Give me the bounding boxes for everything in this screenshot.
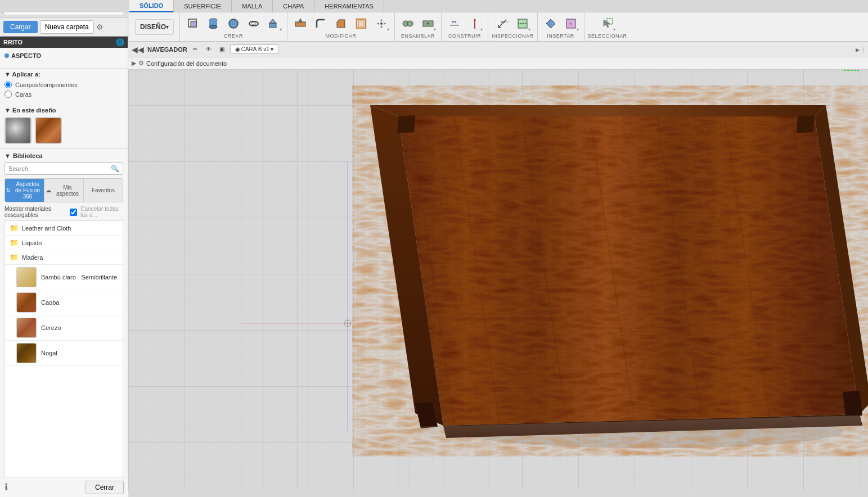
aspecto-section: ASPECTO [0, 48, 128, 69]
joint-button[interactable] [398, 14, 417, 33]
tab-fusion-aspectos[interactable]: ↻ Aspectos de Fusion 360 [5, 179, 44, 202]
box-tool-button[interactable] [183, 14, 203, 33]
refresh-icon: ↻ [6, 187, 11, 193]
dropdown-chevron-icon: ▾ [271, 46, 273, 52]
inspeccionar-label: INSPECCIONAR [492, 33, 534, 40]
nav-pencil-button[interactable]: ✏ [190, 44, 201, 55]
torus-tool-button[interactable] [244, 14, 263, 33]
tab-solido[interactable]: SÓLIDO [129, 0, 174, 12]
material-nogal[interactable]: Nogal [5, 341, 123, 366]
radio-cuerpos-input[interactable] [5, 81, 12, 88]
svg-marker-49 [398, 116, 860, 426]
fillet-button[interactable] [311, 14, 330, 33]
tree-gear-icon[interactable]: ⚙ [138, 60, 144, 67]
tree-row: ▶ ⚙ Configuración del documento [128, 57, 868, 70]
main-toolbar: DISEÑO CREAR [129, 12, 868, 42]
material-caoba[interactable]: Caoba [5, 290, 123, 315]
material-bambu[interactable]: Bambú claro - Semibrillante [5, 265, 123, 290]
collapse-arrow-aplicar[interactable]: ▼ [5, 71, 11, 78]
folder-leather[interactable]: 📁 Leather and Cloth [5, 221, 123, 236]
svg-marker-63 [370, 105, 826, 116]
modificar-label: MODIFICAR [326, 33, 357, 40]
svg-marker-17 [376, 22, 379, 25]
insertar-group: → + INSERTAR [538, 12, 584, 41]
search-input[interactable] [8, 165, 111, 172]
nav-collapse-button[interactable]: ▸ [856, 45, 860, 54]
cara-b-icon: ◉ [235, 46, 240, 52]
folder-icon-liquido: 📁 [10, 238, 19, 247]
tab-favoritos[interactable]: Favoritos [84, 179, 123, 202]
nav-divider: | [863, 46, 865, 53]
section-header: RRITO 🌐 [0, 37, 128, 48]
svg-rect-22 [423, 21, 428, 26]
collapse-arrow-en-este[interactable]: ▼ [5, 107, 11, 114]
left-actions-bar: Cargar Nueva carpeta ⚙ [0, 18, 128, 37]
select-button[interactable] [598, 14, 617, 33]
radio-caras-input[interactable] [5, 91, 12, 98]
chamfer-button[interactable] [331, 14, 350, 33]
tab-herramientas[interactable]: HERRAMIENTAS [314, 0, 384, 12]
rigid-group-button[interactable] [419, 14, 438, 33]
search-icon[interactable]: 🔍 [111, 165, 119, 173]
tab-chapa[interactable]: CHAPA [273, 0, 314, 12]
shell-button[interactable] [352, 14, 371, 33]
swatch-wood[interactable] [35, 117, 62, 144]
ensamblar-group: ENSAMBLAR [395, 12, 442, 41]
swatch-nogal [16, 343, 37, 363]
cargar-button[interactable]: Cargar [3, 21, 38, 33]
insertar-label: INSERTAR [547, 33, 574, 40]
axis-button[interactable] [465, 14, 484, 33]
cara-b-v1-dropdown[interactable]: ◉ CARA B v1 ▾ [230, 44, 278, 54]
svg-text:mm: mm [501, 20, 508, 24]
nueva-carpeta-button[interactable]: Nueva carpeta [40, 20, 94, 34]
ensamblar-label: ENSAMBLAR [401, 33, 435, 40]
tree-expand-icon[interactable]: ▶ [132, 60, 136, 67]
nav-eye-button[interactable]: 👁 [203, 44, 214, 55]
show-downloadable-checkbox[interactable] [70, 209, 77, 216]
tab-superficie[interactable]: SUPERFICIE [174, 0, 232, 12]
section-analysis-button[interactable] [513, 14, 532, 33]
material-cerezo[interactable]: Cerezo [5, 315, 123, 341]
navigator-bar: ◀◀ NAVEGADOR ✏ 👁 ▣ ◉ CARA B v1 ▾ ▸ | [128, 42, 868, 57]
extrude-button[interactable] [264, 14, 284, 33]
insert-derive-button[interactable]: → [541, 14, 560, 33]
library-tabs: ↻ Aspectos de Fusion 360 ☁ Mis aspectos … [5, 178, 123, 202]
folder-madera[interactable]: 📁 Madera [5, 250, 123, 265]
tab-mis-aspectos[interactable]: ☁ Mis aspectos [44, 179, 84, 202]
measure-button[interactable]: mm [493, 14, 512, 33]
insert-canvas-button[interactable]: + [561, 14, 581, 33]
design-group: DISEÑO [129, 12, 180, 41]
en-este-section: ▼ En este diseño [0, 105, 128, 149]
tab-malla[interactable]: MALLA [232, 0, 273, 12]
svg-marker-70 [797, 115, 815, 133]
press-pull-button[interactable] [291, 14, 310, 33]
collapse-arrow-biblioteca[interactable]: ▼ [5, 152, 11, 159]
nav-layer-button[interactable]: ▣ [217, 44, 228, 55]
settings-icon[interactable]: ⚙ [96, 22, 104, 31]
sphere-tool-button[interactable] [224, 14, 243, 33]
folder-icon-leather: 📁 [10, 224, 19, 232]
move-button[interactable] [372, 14, 391, 33]
svg-rect-8 [269, 23, 276, 28]
caras-label: Caras [15, 91, 32, 98]
svg-point-21 [407, 21, 413, 26]
inspeccionar-group: mm INSPECCIONAR [488, 12, 538, 41]
crear-label: CREAR [224, 33, 243, 40]
svg-marker-16 [380, 26, 383, 29]
info-icon[interactable]: ℹ [5, 482, 8, 493]
offset-plane-button[interactable] [445, 14, 464, 33]
aspecto-dot [5, 53, 9, 58]
crear-group: CREAR [180, 12, 287, 41]
swatch-metal[interactable] [5, 117, 32, 144]
cancelar-label[interactable]: Cancelar todas las d... [80, 206, 123, 218]
close-button[interactable]: Cerrar [86, 481, 124, 494]
radio-cuerpos: Cuerpos/componentes [5, 81, 123, 88]
design-dropdown[interactable]: DISEÑO [135, 19, 174, 35]
cylinder-tool-button[interactable] [204, 14, 223, 33]
left-panel: Personas Cargar Nueva carpeta ⚙ RRITO 🌐 … [0, 0, 128, 497]
aplicar-section: ▼ Aplicar a: Cuerpos/componentes Caras [0, 69, 128, 105]
nav-prev-button[interactable]: ◀◀ [131, 45, 145, 54]
viewport[interactable] [128, 42, 868, 497]
folder-liquido[interactable]: 📁 Liquido [5, 236, 123, 250]
tab-bar: SÓLIDO SUPERFICIE MALLA CHAPA HERRAMIENT… [0, 0, 868, 12]
